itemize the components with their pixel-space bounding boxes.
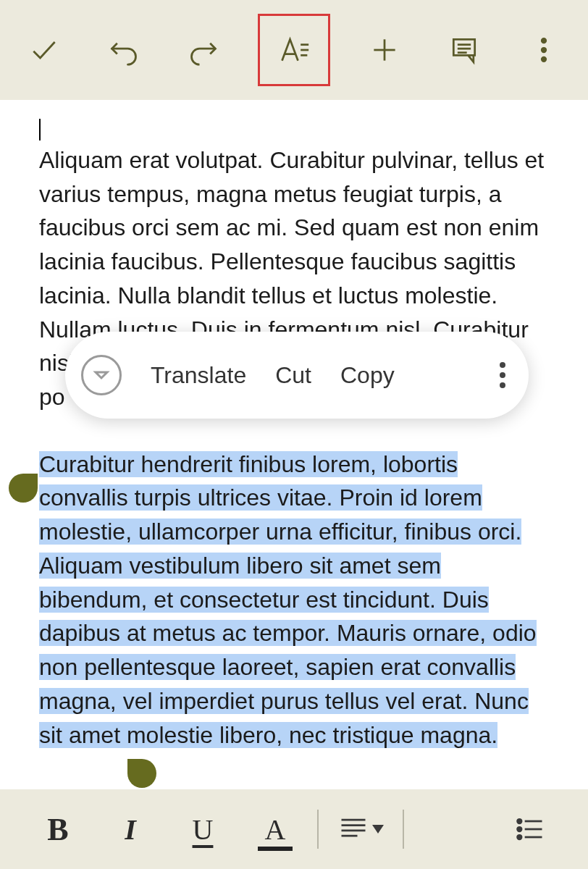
toolbar-divider (317, 810, 319, 849)
svg-point-8 (542, 38, 546, 43)
undo-button[interactable] (98, 25, 149, 75)
plus-icon (369, 34, 400, 66)
undo-icon (108, 34, 140, 66)
text-color-button[interactable]: A (239, 793, 311, 865)
more-vert-icon (528, 34, 560, 66)
svg-point-17 (518, 827, 522, 831)
toolbar-divider-2 (403, 810, 404, 849)
comment-icon (448, 34, 480, 66)
selection-handle-start[interactable] (9, 474, 38, 503)
context-menu-translate[interactable]: Translate (151, 358, 246, 392)
paragraph-1b-text: po (39, 384, 65, 410)
check-icon (28, 34, 60, 66)
svg-point-9 (542, 48, 546, 52)
top-toolbar (0, 0, 588, 100)
bold-button[interactable]: B (22, 793, 94, 865)
selection-handle-end[interactable] (127, 759, 156, 788)
svg-point-15 (518, 819, 522, 823)
paragraph-2-text: Curabitur hendrerit finibus lorem, lobor… (39, 451, 537, 748)
dropdown-caret-icon (372, 825, 384, 834)
bottom-format-toolbar: B I U A (0, 789, 588, 869)
context-menu-cut[interactable]: Cut (275, 358, 311, 392)
underline-button[interactable]: U (167, 793, 239, 865)
italic-button[interactable]: I (94, 793, 167, 865)
align-icon (337, 813, 369, 845)
paragraph-2-selected: Curabitur hendrerit finibus lorem, lobor… (39, 448, 552, 752)
text-selection-context-menu: Translate Cut Copy (65, 332, 529, 419)
text-format-icon (278, 34, 310, 66)
chevron-down-circle-icon (93, 366, 110, 384)
text-format-button[interactable] (269, 25, 319, 75)
overflow-button[interactable] (518, 25, 569, 75)
svg-point-19 (518, 835, 522, 839)
confirm-button[interactable] (19, 25, 70, 75)
text-format-highlight (258, 14, 330, 86)
text-cursor (39, 119, 41, 140)
context-menu-copy[interactable]: Copy (340, 358, 395, 392)
comment-button[interactable] (439, 25, 490, 75)
context-menu-translate-icon-button[interactable] (81, 355, 122, 395)
context-menu-more[interactable] (500, 362, 505, 388)
insert-button[interactable] (359, 25, 410, 75)
redo-button[interactable] (178, 25, 229, 75)
align-button[interactable] (324, 793, 397, 865)
bullet-list-icon (514, 813, 546, 845)
bullet-list-button[interactable] (494, 793, 566, 865)
redo-icon (188, 34, 219, 66)
svg-point-10 (542, 57, 546, 62)
document-editor[interactable]: Aliquam erat volutpat. Curabitur pulvina… (0, 100, 588, 789)
